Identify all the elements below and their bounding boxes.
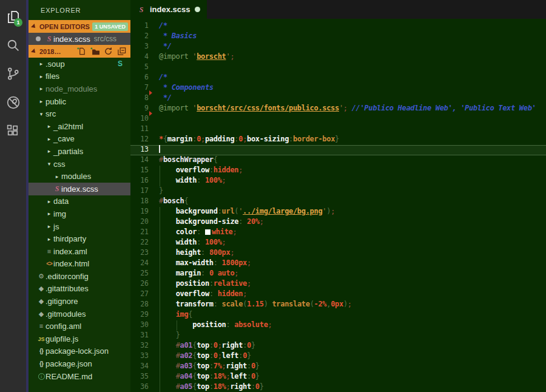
code-text[interactable]: * Components xyxy=(159,83,214,92)
code-line[interactable]: 33 #a02{top:0;left:0} xyxy=(130,351,546,362)
tree-item--ai2html[interactable]: ▸_ai2html xyxy=(29,120,130,133)
code-line[interactable]: 12*{margin:0;padding:0;box-sizing:border… xyxy=(130,135,546,145)
code-line[interactable]: 10 xyxy=(130,114,546,124)
chevron-collapsed-icon[interactable]: ▸ xyxy=(45,136,53,142)
chevron-collapsed-icon[interactable]: ▸ xyxy=(45,198,53,204)
tree-item-thirdparty[interactable]: ▸thirdparty xyxy=(29,232,130,245)
refresh-icon[interactable] xyxy=(104,47,113,56)
tree-item-config-aml[interactable]: ≡config.aml xyxy=(29,320,130,333)
code-text[interactable]: color: white; xyxy=(159,228,237,236)
code-text[interactable]: #a02{top:0;left:0} xyxy=(159,351,251,360)
chevron-collapsed-icon[interactable]: ▸ xyxy=(37,61,46,67)
code-text[interactable]: margin: 0 auto; xyxy=(159,269,238,277)
code-line[interactable]: 19 background:url('../img/large/bg.png')… xyxy=(130,207,546,217)
debug-icon[interactable] xyxy=(0,88,26,117)
chevron-collapsed-icon[interactable]: ▸ xyxy=(37,73,46,79)
chevron-collapsed-icon[interactable]: ▸ xyxy=(45,223,53,229)
tree-item--gitmodules[interactable]: ◆.gitmodules xyxy=(29,308,130,320)
tree-item--soup[interactable]: ▸.soupS xyxy=(29,58,130,70)
new-folder-icon[interactable] xyxy=(90,47,99,56)
chevron-collapsed-icon[interactable]: ▸ xyxy=(37,98,46,104)
code-line[interactable]: 27 overflow: hidden; xyxy=(130,289,546,300)
tree-item-img[interactable]: ▸img xyxy=(29,208,130,220)
code-text[interactable]: max-width: 1800px; xyxy=(159,259,251,267)
code-text[interactable]: #a03{top:7%;right:0} xyxy=(159,362,260,370)
code-line[interactable]: 20 background-size: 20%; xyxy=(130,217,546,228)
code-line[interactable]: 7 * Components xyxy=(130,83,546,93)
tree-item--gitignore[interactable]: ◆.gitignore xyxy=(29,295,130,308)
color-swatch[interactable] xyxy=(205,229,211,235)
code-text[interactable] xyxy=(159,145,160,154)
tree-item-index-scss[interactable]: Sindex.scss xyxy=(29,183,130,195)
code-line[interactable]: 31 } xyxy=(130,331,546,341)
code-text[interactable]: overflow: hidden; xyxy=(159,289,247,298)
code-text[interactable]: background-size: 20%; xyxy=(159,217,264,226)
collapse-all-icon[interactable] xyxy=(117,47,126,56)
chevron-collapsed-icon[interactable]: ▸ xyxy=(45,236,53,242)
code-line[interactable]: 17} xyxy=(130,186,546,197)
code-text[interactable]: @import 'borscht'; xyxy=(159,52,234,61)
code-line[interactable]: 21 color: white; xyxy=(130,228,546,238)
tree-item--cave[interactable]: ▸_cave xyxy=(29,133,130,146)
tree-item-public[interactable]: ▸public xyxy=(29,95,130,108)
tree-item-index-aml[interactable]: ≡index.aml xyxy=(29,245,130,258)
code-line[interactable]: 25 margin: 0 auto; xyxy=(130,269,546,279)
code-text[interactable]: #bosch{ xyxy=(159,197,188,205)
code-text[interactable]: } xyxy=(159,186,163,195)
source-control-icon[interactable] xyxy=(0,59,26,88)
code-text[interactable]: * Basics xyxy=(159,32,197,40)
tree-item-readme-md[interactable]: iREADME.md xyxy=(29,370,130,383)
chevron-collapsed-icon[interactable]: ▸ xyxy=(45,211,53,217)
tree-item-js[interactable]: ▸js xyxy=(29,220,130,233)
tree-item--gitattributes[interactable]: ◆.gitattributes xyxy=(29,283,130,296)
chevron-collapsed-icon[interactable]: ▸ xyxy=(45,123,53,129)
code-text[interactable]: position:relative; xyxy=(159,279,251,288)
code-text[interactable]: #a01{top:0;right:0} xyxy=(159,341,255,350)
chevron-expanded-icon[interactable]: ▾ xyxy=(45,161,53,167)
chevron-expanded-icon[interactable]: ▾ xyxy=(37,111,46,117)
code-line[interactable]: 30 position: absolute; xyxy=(130,320,546,331)
code-line[interactable]: 29 img{ xyxy=(130,310,546,320)
tree-item-gulpfile-js[interactable]: JSgulpfile.js xyxy=(29,333,130,345)
extensions-icon[interactable] xyxy=(0,117,26,145)
chevron-collapsed-icon[interactable]: ▸ xyxy=(37,86,46,92)
code-text[interactable]: background:url('../img/large/bg.png'); xyxy=(159,207,335,215)
code-line[interactable]: 28 transform: scale(1.15) translate(-2%,… xyxy=(130,300,546,310)
code-text[interactable]: */ xyxy=(159,42,172,50)
code-text[interactable]: @import 'borscht/src/css/fonts/publico.s… xyxy=(159,104,536,112)
tree-item-files[interactable]: ▸files xyxy=(29,70,130,83)
code-line[interactable]: 4@import 'borscht'; xyxy=(130,52,546,63)
tree-item-node-modules[interactable]: ▸node_modules xyxy=(29,83,130,95)
tree-item-index-html[interactable]: <>index.html xyxy=(29,258,130,271)
code-text[interactable]: transform: scale(1.15) translate(-2%,0px… xyxy=(159,300,352,308)
tree-item-package-lock-json[interactable]: {}package-lock.json xyxy=(29,345,130,358)
code-line[interactable]: 14#boschWrapper{ xyxy=(130,155,546,166)
tree-item-src[interactable]: ▾src xyxy=(29,107,130,120)
tab-index-scss[interactable]: S index.scss xyxy=(130,0,207,19)
code-text[interactable]: /* xyxy=(159,21,167,30)
open-editors-header[interactable]: OPEN EDITORS 1 UNSAVED xyxy=(29,20,130,33)
search-icon[interactable] xyxy=(0,31,26,59)
tree-item-modules[interactable]: ▸modules xyxy=(29,170,130,183)
code-line[interactable]: 36 #a05{top:18%;right:0} xyxy=(130,382,546,392)
code-line[interactable]: 6/* xyxy=(130,73,546,83)
code-text[interactable]: } xyxy=(159,331,180,339)
tree-item-css[interactable]: ▾css xyxy=(29,158,130,171)
code-line[interactable]: 18#bosch{ xyxy=(130,197,546,207)
new-file-icon[interactable] xyxy=(77,47,86,56)
folder-section-header[interactable]: 2018… xyxy=(29,45,130,58)
code-line[interactable]: 13 xyxy=(130,145,546,155)
code-text[interactable]: width: 100%; xyxy=(159,176,226,184)
code-text[interactable]: img{ xyxy=(159,310,192,319)
chevron-collapsed-icon[interactable]: ▸ xyxy=(53,174,61,180)
code-line[interactable]: 26 position:relative; xyxy=(130,279,546,289)
code-line[interactable]: 23 height: 800px; xyxy=(130,248,546,259)
chevron-collapsed-icon[interactable]: ▸ xyxy=(45,148,53,154)
code-text[interactable]: height: 800px; xyxy=(159,248,234,257)
code-line[interactable]: 32 #a01{top:0;right:0} xyxy=(130,341,546,351)
unsaved-dot-icon[interactable] xyxy=(195,7,200,12)
tree-item--partials[interactable]: ▸_partials xyxy=(29,145,130,158)
code-line[interactable]: 24 max-width: 1800px; xyxy=(130,259,546,269)
tree-item--editorconfig[interactable]: ⚙.editorconfig xyxy=(29,270,130,283)
code-text[interactable]: #boschWrapper{ xyxy=(159,155,218,164)
